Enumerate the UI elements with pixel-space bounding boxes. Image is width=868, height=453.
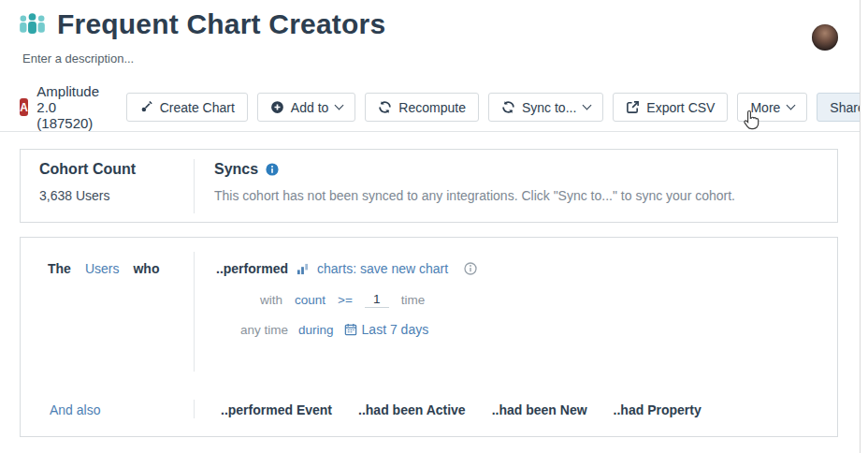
date-range-selector[interactable]: Last 7 days — [344, 322, 429, 337]
performed-label: ..performed — [216, 261, 288, 276]
divider — [194, 252, 195, 372]
page-title[interactable]: Frequent Chart Creators — [57, 8, 385, 40]
create-chart-button[interactable]: Create Chart — [126, 93, 248, 122]
sync-to-label: Sync to... — [522, 100, 576, 115]
add-to-label: Add to — [291, 100, 328, 115]
add-clause-had-property[interactable]: ..had Property — [614, 402, 702, 417]
calendar-icon — [344, 323, 357, 336]
user-avatar[interactable] — [812, 24, 838, 51]
and-also-button[interactable]: And also — [50, 402, 100, 417]
cohort-count-label: Cohort Count — [39, 161, 136, 178]
event-name-selector[interactable]: charts: save new chart — [317, 261, 448, 276]
recompute-icon — [378, 100, 392, 114]
syncs-label: Syncs — [214, 161, 258, 178]
syncs-message: This cohort has not been synced to any i… — [214, 188, 735, 203]
recompute-button[interactable]: Recompute — [365, 93, 479, 122]
sync-to-button[interactable]: Sync to... — [488, 93, 603, 122]
description-input[interactable]: Enter a description... — [22, 51, 134, 66]
info-icon-gray[interactable] — [464, 262, 477, 275]
subject-users-dropdown[interactable]: Users — [85, 261, 120, 276]
add-clause-had-been-active[interactable]: ..had been Active — [358, 402, 466, 417]
project-name: Amplitude 2.0 (187520) — [36, 83, 108, 131]
cohort-count-value: 3,638 Users — [39, 188, 109, 203]
toolbar-divider — [0, 131, 861, 132]
date-range-label: Last 7 days — [362, 322, 429, 337]
summary-card: Cohort Count 3,638 Users Syncs This coho… — [20, 149, 838, 223]
page-header: Frequent Chart Creators — [17, 8, 385, 40]
more-label: More — [750, 100, 780, 115]
chevron-down-icon — [335, 101, 344, 110]
any-time-label: any time — [240, 323, 288, 337]
add-circle-icon — [270, 100, 284, 114]
divider — [194, 159, 195, 213]
operator-selector[interactable]: >= — [338, 293, 353, 307]
add-clause-had-been-new[interactable]: ..had been New — [492, 402, 587, 417]
info-icon-blue[interactable] — [266, 163, 279, 176]
chevron-down-icon — [583, 101, 592, 110]
divider — [194, 400, 195, 418]
subject-who: who — [133, 261, 159, 276]
add-clause-performed-event[interactable]: ..performed Event — [221, 402, 332, 417]
with-label: with — [260, 293, 282, 307]
definition-card: The Users who ..performed charts: save n… — [20, 237, 838, 437]
count-value-input[interactable]: 1 — [365, 292, 389, 308]
project-badge: A — [20, 98, 28, 116]
chevron-down-icon — [787, 101, 796, 110]
toolbar: A Amplitude 2.0 (187520) Create Chart Ad… — [20, 93, 868, 122]
cohort-page: Frequent Chart Creators Enter a descript… — [0, 0, 868, 453]
during-selector[interactable]: during — [298, 323, 334, 337]
chart-icon — [297, 263, 309, 275]
export-icon — [626, 100, 640, 114]
export-csv-button[interactable]: Export CSV — [613, 93, 728, 122]
time-label: time — [401, 293, 426, 307]
more-button[interactable]: More — [737, 93, 807, 122]
users-icon — [17, 11, 48, 38]
add-to-button[interactable]: Add to — [257, 93, 355, 122]
create-chart-label: Create Chart — [160, 100, 235, 115]
scrollbar[interactable] — [860, 0, 868, 453]
create-chart-icon — [139, 100, 153, 114]
subject-the: The — [48, 261, 71, 276]
export-csv-label: Export CSV — [646, 100, 715, 115]
project-selector[interactable]: A Amplitude 2.0 (187520) — [20, 83, 108, 131]
recompute-label: Recompute — [398, 100, 466, 115]
count-type-selector[interactable]: count — [295, 293, 326, 307]
sync-icon — [501, 100, 515, 114]
